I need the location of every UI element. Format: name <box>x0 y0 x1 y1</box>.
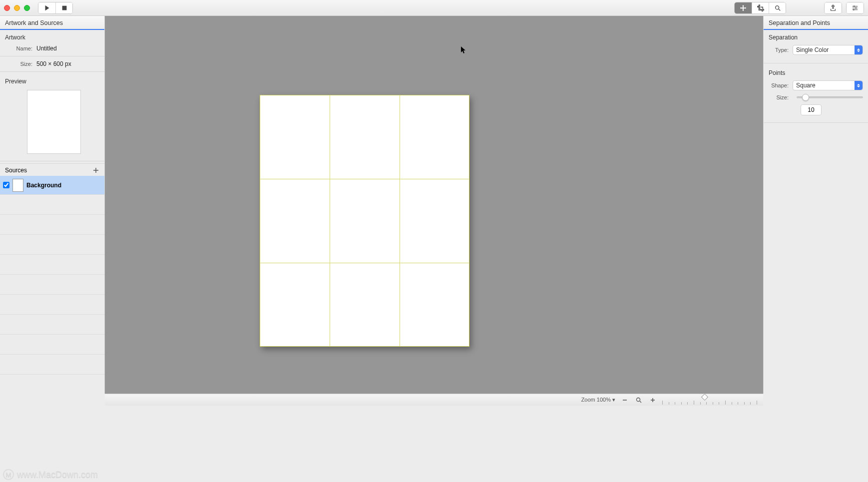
svg-point-7 <box>854 5 855 7</box>
type-label: Type: <box>769 47 789 53</box>
list-item <box>0 275 104 295</box>
type-select[interactable]: Single Color <box>793 45 863 55</box>
slider-thumb[interactable] <box>802 94 809 101</box>
sources-list: Background <box>0 176 104 394</box>
zoom-slider[interactable] <box>662 396 757 405</box>
crop-tool-button[interactable] <box>752 2 769 13</box>
svg-line-3 <box>778 8 780 10</box>
sources-header: Sources <box>0 163 104 176</box>
chevron-updown-icon <box>855 45 863 54</box>
separation-section-title: Separation <box>764 30 868 43</box>
points-section-title: Points <box>764 65 868 78</box>
artboard[interactable] <box>260 95 469 347</box>
window-controls <box>4 5 30 11</box>
add-source-button[interactable] <box>92 167 99 174</box>
points-size-row: Size: <box>764 92 868 102</box>
preview-section-title: Preview <box>0 74 104 87</box>
right-panel-title: Separation and Points <box>769 19 830 26</box>
size-label: Size: <box>769 94 789 100</box>
right-panel-tab[interactable]: Separation and Points <box>764 16 868 30</box>
list-item <box>0 255 104 275</box>
artwork-size-value: 500 × 600 px <box>36 60 71 67</box>
type-select-value: Single Color <box>796 46 829 53</box>
svg-line-12 <box>640 401 641 403</box>
left-panel-title: Artwork and Sources <box>5 19 63 26</box>
zoom-label[interactable]: Zoom 100% ▾ <box>581 397 615 403</box>
export-button[interactable] <box>825 2 842 13</box>
right-panel: Separation and Points Separation Type: S… <box>763 16 868 394</box>
source-thumbnail <box>12 179 23 192</box>
zoom-fit-button[interactable] <box>634 396 643 405</box>
sources-title: Sources <box>5 167 27 174</box>
chevron-updown-icon <box>855 81 863 90</box>
canvas-area[interactable] <box>105 16 763 394</box>
shape-select-value: Square <box>796 82 816 89</box>
list-item <box>0 195 104 215</box>
titlebar <box>0 0 868 16</box>
list-item <box>0 295 104 315</box>
svg-rect-1 <box>62 5 66 10</box>
window-minimize-button[interactable] <box>14 5 20 11</box>
points-shape-row: Shape: Square <box>764 78 868 92</box>
svg-point-8 <box>855 7 857 8</box>
settings-button-group <box>846 2 864 14</box>
artwork-name-label: Name: <box>5 45 32 51</box>
size-slider[interactable] <box>797 96 863 98</box>
size-input[interactable] <box>801 104 822 115</box>
source-visibility-checkbox[interactable] <box>3 182 9 188</box>
move-tool-button[interactable] <box>735 2 752 13</box>
artwork-size-label: Size: <box>5 61 32 67</box>
export-button-group <box>824 2 842 14</box>
svg-point-2 <box>775 5 779 9</box>
zoom-out-button[interactable] <box>620 396 629 405</box>
left-panel-tab[interactable]: Artwork and Sources <box>0 16 104 30</box>
bottom-bar: Zoom 100% ▾ <box>105 394 763 406</box>
window-close-button[interactable] <box>4 5 10 11</box>
settings-button[interactable] <box>847 2 864 13</box>
zoom-in-button[interactable] <box>648 396 657 405</box>
watermark: M www.MacDown.com <box>3 469 98 480</box>
view-tools <box>734 2 786 14</box>
cursor-icon <box>460 46 466 55</box>
watermark-icon: M <box>3 469 14 480</box>
list-item <box>0 335 104 355</box>
artwork-name-row: Name: Untitled <box>0 43 104 54</box>
source-name-label: Background <box>26 182 61 189</box>
svg-point-9 <box>853 9 855 10</box>
left-panel: Artwork and Sources Artwork Name: Untitl… <box>0 16 105 394</box>
shape-label: Shape: <box>769 82 789 88</box>
svg-point-11 <box>637 398 640 401</box>
stop-button[interactable] <box>55 2 72 13</box>
list-item <box>0 315 104 335</box>
shape-select[interactable]: Square <box>793 80 863 90</box>
artwork-section-title: Artwork <box>0 30 104 43</box>
window-zoom-button[interactable] <box>24 5 30 11</box>
artwork-name-value[interactable]: Untitled <box>36 45 57 52</box>
zoom-slider-thumb[interactable] <box>701 393 708 400</box>
watermark-text: www.MacDown.com <box>17 470 98 480</box>
play-button[interactable] <box>38 2 55 13</box>
playback-controls <box>38 2 73 14</box>
separation-type-row: Type: Single Color <box>764 43 868 57</box>
search-tool-button[interactable] <box>769 2 786 13</box>
preview-thumbnail <box>27 90 81 154</box>
artwork-size-row: Size: 500 × 600 px <box>0 58 104 69</box>
list-item <box>0 235 104 255</box>
svg-marker-0 <box>45 5 49 10</box>
source-item-background[interactable]: Background <box>0 176 104 195</box>
list-item <box>0 355 104 375</box>
list-item <box>0 215 104 235</box>
